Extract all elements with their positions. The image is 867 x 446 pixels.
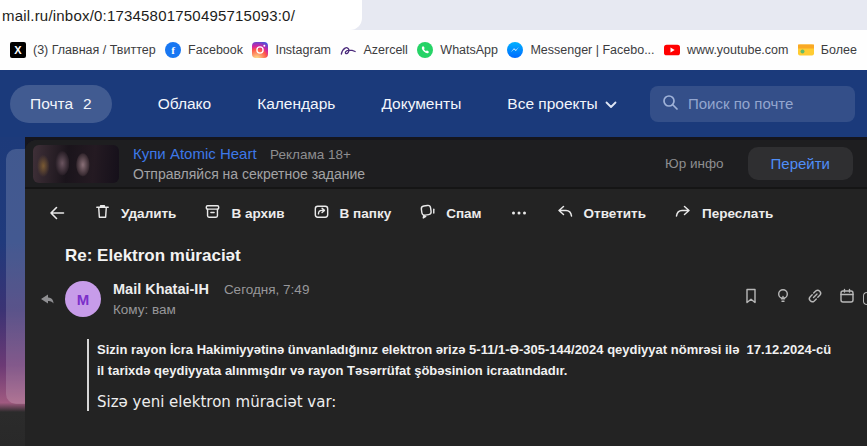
- tab-documents[interactable]: Документы: [381, 95, 461, 113]
- messenger-icon: [507, 42, 523, 58]
- bookmark-more[interactable]: Более: [798, 42, 857, 58]
- spam-icon: [418, 202, 437, 224]
- ad-image[interactable]: [33, 145, 119, 183]
- ad-banner[interactable]: Купи Atomic Heart Реклама 18+ Отправляйс…: [25, 140, 867, 189]
- tab-mail-label: Почта: [30, 95, 73, 113]
- back-button[interactable]: [47, 203, 67, 223]
- mailru-top-nav: Почта 2 Облако Календарь Документы Все п…: [0, 70, 867, 137]
- message-date: Сегодня, 7:49: [224, 282, 310, 297]
- search-box[interactable]: Поиск по почте: [650, 86, 855, 122]
- page-area: Купи Atomic Heart Реклама 18+ Отправляйс…: [0, 137, 867, 446]
- ad-title-link[interactable]: Купи Atomic Heart: [133, 145, 257, 162]
- tab-cloud[interactable]: Облако: [158, 95, 211, 113]
- replied-indicator-icon: [40, 292, 54, 310]
- chevron-down-icon: [605, 95, 617, 113]
- message-card: Купи Atomic Heart Реклама 18+ Отправляйс…: [25, 140, 867, 446]
- bookmark-label: (3) Главная / Твиттер: [33, 43, 156, 57]
- folder-move-icon: [312, 202, 331, 224]
- facebook-icon: f: [165, 42, 181, 58]
- bookmark-twitter[interactable]: X (3) Главная / Твиттер: [10, 42, 156, 58]
- tab-calendar[interactable]: Календарь: [257, 95, 335, 113]
- quoted-block: Sizin rayon İcra Hakimiyyətinə ünvanladı…: [87, 339, 867, 411]
- instagram-icon: [252, 42, 268, 58]
- ad-legal-link[interactable]: Юр инфо: [665, 156, 724, 171]
- move-to-folder-button[interactable]: В папку: [312, 202, 392, 224]
- ad-subtitle: Отправляйся на секретное задание: [133, 165, 365, 184]
- bookmark-label: www.youtube.com: [687, 43, 788, 57]
- address-bar[interactable]: mail.ru/inbox/0:17345801750495715093:0/: [0, 0, 362, 30]
- bookmarks-bar: X (3) Главная / Твиттер f Facebook Insta…: [0, 30, 867, 70]
- calendar-icon[interactable]: [837, 286, 857, 310]
- url-text: mail.ru/inbox/0:17345801750495715093:0/: [2, 7, 295, 24]
- x-twitter-icon: X: [10, 42, 26, 58]
- sender-avatar[interactable]: M: [65, 281, 101, 317]
- bookmark-label: Messenger | Facebo...: [530, 43, 654, 57]
- search-icon: [662, 94, 679, 114]
- bookmarks-folder-icon: [798, 42, 814, 58]
- bookmark-flag-icon[interactable]: [741, 286, 761, 310]
- ad-disclaimer: Реклама 18+: [270, 147, 351, 162]
- sender-row: M Mail Khatai-IH Сегодня, 7:49 Кому: вам: [25, 281, 867, 317]
- cut-off-icon: [863, 292, 867, 305]
- message-toolbar: Удалить В архив В папку Спам: [25, 194, 867, 232]
- browser-chrome: mail.ru/inbox/0:17345801750495715093:0/: [0, 0, 867, 30]
- trash-icon: [93, 202, 112, 224]
- bookmark-label: WhatsApp: [440, 43, 498, 57]
- bookmark-youtube[interactable]: www.youtube.com: [664, 42, 788, 58]
- azercell-icon: [340, 42, 356, 58]
- recipient-label[interactable]: Кому: вам: [113, 302, 309, 317]
- bookmark-label: Более: [821, 43, 857, 57]
- bookmark-whatsapp[interactable]: WhatsApp: [417, 42, 498, 58]
- sidebar-edge: [0, 137, 25, 446]
- archive-icon: [203, 202, 222, 224]
- sender-name[interactable]: Mail Khatai-IH: [113, 281, 209, 297]
- all-projects-menu[interactable]: Все проекты: [507, 95, 616, 113]
- bookmark-azercell[interactable]: Azercell: [340, 42, 407, 58]
- new-request-line: Sizə yeni elektron müraciət var:: [97, 393, 867, 411]
- tab-mail[interactable]: Почта 2: [10, 85, 112, 123]
- spam-button[interactable]: Спам: [418, 202, 481, 224]
- archive-button[interactable]: В архив: [203, 202, 284, 224]
- quote-paragraph: Sizin rayon İcra Hakimiyyətinə ünvanladı…: [97, 339, 839, 381]
- reply-icon: [555, 202, 575, 225]
- mail-unread-badge: 2: [83, 95, 92, 113]
- message-subject: Re: Elektron müraciət: [65, 246, 867, 266]
- forward-button[interactable]: Переслать: [673, 202, 773, 225]
- bookmark-label: Facebook: [188, 43, 243, 57]
- link-icon[interactable]: [805, 286, 825, 310]
- reply-button[interactable]: Ответить: [555, 202, 646, 225]
- bookmark-facebook[interactable]: f Facebook: [165, 42, 243, 58]
- bookmark-label: Azercell: [363, 43, 407, 57]
- ad-go-button[interactable]: Перейти: [748, 147, 853, 180]
- lightbulb-icon[interactable]: [773, 286, 793, 310]
- search-placeholder: Поиск по почте: [688, 95, 793, 112]
- bookmark-instagram[interactable]: Instagram: [252, 42, 331, 58]
- more-actions-button[interactable]: [509, 203, 529, 223]
- message-body: Sizin rayon İcra Hakimiyyətinə ünvanladı…: [87, 339, 867, 411]
- youtube-icon: [664, 42, 680, 58]
- whatsapp-icon: [417, 42, 433, 58]
- delete-button[interactable]: Удалить: [93, 202, 176, 224]
- bookmark-label: Instagram: [275, 43, 331, 57]
- forward-icon: [673, 202, 693, 225]
- bookmark-messenger[interactable]: Messenger | Facebo...: [507, 42, 654, 58]
- sidebar-edge-button: [6, 149, 25, 404]
